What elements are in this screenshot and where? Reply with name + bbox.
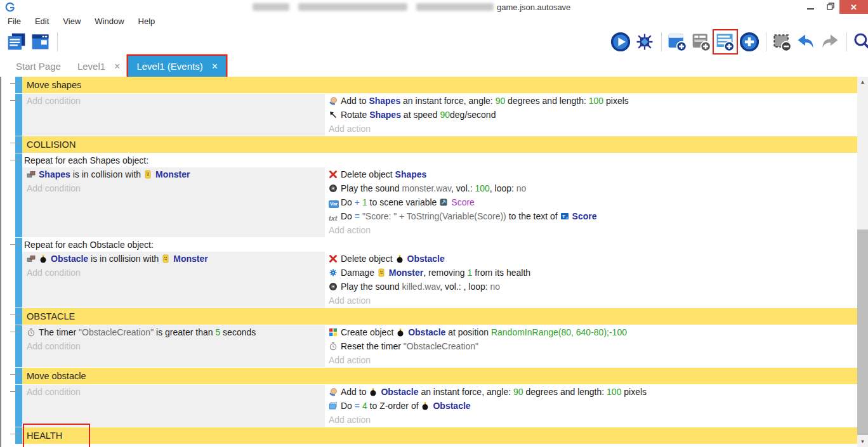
condition-line[interactable]: Obstacle is in collision with Monster: [22, 252, 325, 266]
add-event-button[interactable]: [714, 30, 737, 53]
text-segment: =: [355, 401, 362, 411]
project-manager-button[interactable]: [5, 30, 28, 53]
text-segment: Monster: [389, 268, 423, 278]
tab-close-icon[interactable]: ×: [212, 61, 218, 72]
actions-column: Add to Shapes an instant force, angle: 9…: [325, 94, 858, 136]
event-group-header[interactable]: OBSTACLE: [15, 308, 858, 325]
redo-button[interactable]: [819, 30, 841, 53]
text-segment: to Z-order of: [367, 401, 421, 411]
text-segment: Add condition: [27, 96, 81, 106]
restore-button[interactable]: [821, 0, 840, 14]
zorder-icon: [329, 400, 338, 409]
play-button[interactable]: [609, 30, 632, 53]
event-group-header[interactable]: Move obstacle: [15, 368, 858, 384]
event-tree-tick: [10, 83, 20, 84]
action-line[interactable]: Damage Monster, removing 1 from its heal…: [325, 266, 858, 280]
action-line[interactable]: Add to Obstacle an instant force, angle:…: [325, 385, 858, 399]
event-tree-tick: [10, 314, 20, 315]
monster-icon: [161, 253, 171, 262]
text-segment: Damage: [341, 268, 377, 278]
menu-window[interactable]: Window: [92, 16, 126, 27]
action-line[interactable]: Reset the timer "ObstacleCreation": [325, 339, 858, 353]
add-action-button[interactable]: Add action: [325, 122, 858, 136]
add-condition-button[interactable]: Add condition: [22, 181, 325, 195]
menu-help[interactable]: Help: [136, 16, 158, 27]
action-line[interactable]: Add to Shapes an instant force, angle: 9…: [325, 94, 858, 108]
remove-event-button[interactable]: [770, 30, 793, 53]
event-group-header[interactable]: HEALTH: [15, 427, 858, 444]
window-title: game.json.autosave: [497, 3, 570, 12]
action-line[interactable]: Do = 4 to Z-order of Obstacle: [325, 399, 858, 413]
monster-icon: [377, 267, 386, 276]
undo-button[interactable]: [794, 30, 817, 53]
event-block: Add conditionAdd to Shapes an instant fo…: [15, 94, 858, 136]
scroll-down-arrow-icon[interactable]: ▼: [857, 436, 868, 447]
minimize-button[interactable]: [801, 0, 820, 14]
collision-icon: [27, 253, 36, 262]
text-segment: Obstacle: [433, 401, 470, 411]
tab-start-page[interactable]: Start Page: [8, 56, 69, 77]
redacted-title-text: [298, 3, 407, 11]
events-sheet: Move shapesAdd conditionAdd to Shapes an…: [15, 77, 858, 444]
restore-icon: [827, 1, 834, 13]
vertical-scrollbar[interactable]: ▲ ▼: [857, 77, 868, 447]
scrollbar-thumb[interactable]: [857, 230, 868, 435]
add-condition-button[interactable]: Add condition: [22, 94, 325, 108]
action-line[interactable]: Rotate Shapes at speed 90deg/second: [325, 108, 858, 122]
toolbar-right-group: [609, 30, 868, 53]
text-segment: +: [355, 197, 362, 207]
project-manager-icon: [6, 32, 27, 52]
play-icon: [610, 32, 631, 52]
add-condition-button[interactable]: Add condition: [22, 266, 325, 280]
condition-line[interactable]: The timer "ObstacleCreation" is greater …: [22, 325, 325, 339]
start-page-icon: [30, 32, 51, 52]
condition-line[interactable]: Shapes is in collision with Monster: [22, 167, 325, 181]
event-block: Add conditionAdd to Obstacle an instant …: [15, 385, 858, 427]
add-scene-icon: [667, 32, 687, 52]
search-button[interactable]: [851, 30, 868, 53]
action-line[interactable]: Delete object Shapes: [325, 167, 858, 181]
action-line[interactable]: Play the sound monster.wav, vol.: 100, l…: [325, 181, 858, 195]
add-condition-button[interactable]: Add condition: [22, 385, 325, 399]
tab-label: Level1 (Events): [136, 61, 202, 72]
scroll-up-arrow-icon[interactable]: ▲: [857, 77, 868, 87]
events-editor: Move shapesAdd conditionAdd to Shapes an…: [0, 77, 868, 447]
add-action-button[interactable]: Add action: [325, 294, 858, 308]
add-action-button[interactable]: Add action: [325, 413, 858, 427]
add-action-button[interactable]: Add action: [325, 353, 858, 367]
force-icon: [329, 386, 338, 395]
add-scene-button[interactable]: [666, 30, 688, 53]
event-group-header[interactable]: COLLISION: [15, 136, 858, 153]
tab-close-icon[interactable]: ×: [114, 61, 120, 72]
add-action-button[interactable]: Add action: [325, 223, 858, 237]
add-condition-button[interactable]: Add condition: [22, 339, 325, 353]
monster-icon: [143, 169, 153, 178]
start-page-button[interactable]: [29, 30, 52, 53]
menu-edit[interactable]: Edit: [32, 16, 51, 27]
action-line[interactable]: VarDo + 1 to scene variable Score: [325, 195, 858, 209]
action-line[interactable]: Delete object Obstacle: [325, 252, 858, 266]
action-line[interactable]: Create object Obstacle at position Rando…: [325, 325, 858, 339]
repeat-event-header[interactable]: Repeat for each Obstacle object:: [22, 238, 858, 252]
repeat-event-header[interactable]: Repeat for each Shapes object:: [22, 153, 858, 167]
menu-file[interactable]: File: [5, 16, 23, 27]
tab-level1-events[interactable]: Level1 (Events)×: [128, 56, 226, 77]
action-line[interactable]: Play the sound killed.wav, vol.: , loop:…: [325, 280, 858, 294]
collision-icon: [27, 169, 36, 178]
text-segment: The timer: [39, 327, 79, 337]
text-segment: "ObstacleCreation": [404, 341, 478, 351]
add-button[interactable]: [738, 30, 761, 53]
add-external-events-button[interactable]: [690, 30, 713, 53]
text-segment: Add to: [341, 387, 369, 397]
text-segment: "Score: " + ToString(Variable(Score)): [362, 211, 506, 221]
text-segment: at speed: [401, 110, 440, 120]
close-button[interactable]: ✕: [839, 0, 868, 14]
menu-view[interactable]: View: [60, 16, 83, 27]
tab-level1[interactable]: Level1×: [69, 56, 129, 77]
text-segment: seconds: [220, 327, 256, 337]
event-group-header[interactable]: Move shapes: [15, 77, 858, 93]
text-segment: pixels: [621, 387, 647, 397]
text-segment: Create object: [341, 327, 396, 337]
debug-button[interactable]: [633, 30, 656, 53]
action-line[interactable]: txtDo = "Score: " + ToString(Variable(Sc…: [325, 209, 858, 223]
